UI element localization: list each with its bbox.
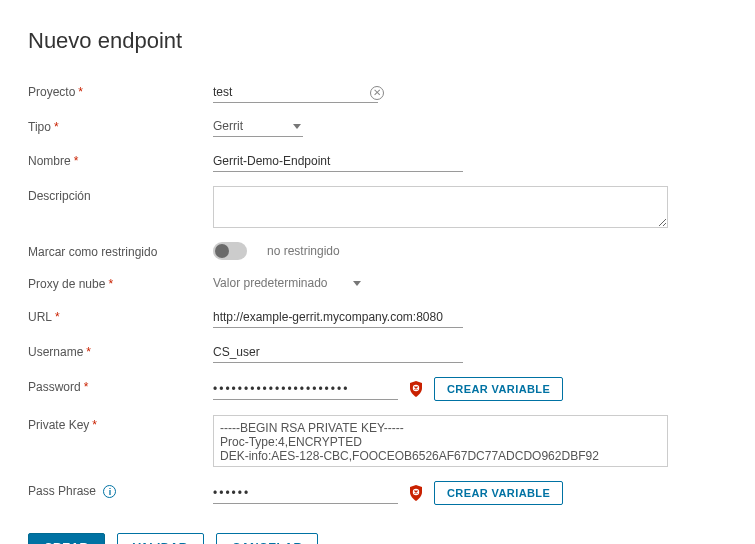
chevron-down-icon: [293, 124, 301, 129]
label-proxy: Proxy de nube*: [28, 274, 213, 291]
clear-icon[interactable]: ✕: [370, 86, 384, 100]
input-passphrase[interactable]: [213, 483, 398, 504]
label-passphrase: Pass Phrase i: [28, 481, 213, 498]
input-url[interactable]: [213, 307, 463, 328]
input-password[interactable]: [213, 379, 398, 400]
crear-variable-passphrase-button[interactable]: CREAR VARIABLE: [434, 481, 563, 505]
input-username[interactable]: [213, 342, 463, 363]
crear-button[interactable]: CREAR: [28, 533, 105, 544]
label-nombre: Nombre*: [28, 151, 213, 168]
label-password: Password*: [28, 377, 213, 394]
textarea-private-key[interactable]: [213, 415, 668, 467]
chevron-down-icon: [353, 281, 361, 286]
shield-alert-icon: [408, 381, 424, 397]
crear-variable-password-button[interactable]: CREAR VARIABLE: [434, 377, 563, 401]
cancelar-button[interactable]: CANCELAR: [216, 533, 319, 544]
toggle-restringido[interactable]: [213, 242, 247, 260]
label-url: URL*: [28, 307, 213, 324]
textarea-descripcion[interactable]: [213, 186, 668, 228]
label-username: Username*: [28, 342, 213, 359]
shield-alert-icon: [408, 485, 424, 501]
label-descripcion: Descripción: [28, 186, 213, 203]
info-icon[interactable]: i: [103, 485, 116, 498]
input-proyecto[interactable]: [213, 82, 378, 103]
label-restringido: Marcar como restringido: [28, 242, 213, 259]
select-tipo[interactable]: Gerrit: [213, 117, 303, 137]
select-proxy[interactable]: Valor predeterminado: [213, 274, 363, 293]
label-private-key: Private Key*: [28, 415, 213, 432]
toggle-restringido-label: no restringido: [267, 244, 340, 258]
label-tipo: Tipo*: [28, 117, 213, 134]
page-title: Nuevo endpoint: [28, 28, 727, 54]
input-nombre[interactable]: [213, 151, 463, 172]
label-proyecto: Proyecto*: [28, 82, 213, 99]
validar-button[interactable]: VALIDAR: [117, 533, 204, 544]
